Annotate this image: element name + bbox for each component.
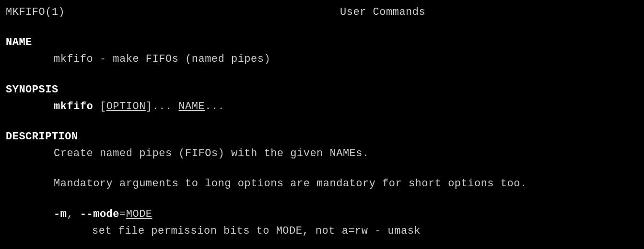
synopsis-line: mkfifo [OPTION]... NAME... [6,98,638,115]
manpage-header: MKFIFO(1) User Commands [6,4,638,21]
section-heading-name: NAME [6,34,638,51]
synopsis-trailing: ... [205,101,224,113]
description-line2: Mandatory arguments to long options are … [6,175,638,192]
option-m-line: -m, --mode=MODE [6,206,638,223]
option-m-eq: = [119,208,126,220]
synopsis-bracket-open: [ [93,101,106,113]
synopsis-option: OPTION [106,101,146,113]
manpage-title-left: MKFIFO(1) [6,4,65,21]
manpage-title-center: User Commands [65,4,638,21]
option-m-long: --mode [80,208,119,220]
section-heading-synopsis: SYNOPSIS [6,81,638,98]
description-line1: Create named pipes (FIFOs) with the give… [6,145,638,162]
option-m-desc: set file permission bits to MODE, not a=… [6,223,638,239]
section-heading-description: DESCRIPTION [6,128,638,145]
option-m-arg: MODE [126,208,152,220]
synopsis-bracket-close: ]... [146,101,179,113]
synopsis-name-arg: NAME [178,101,205,113]
synopsis-command: mkfifo [54,101,93,113]
option-m-short: -m [54,208,67,220]
name-text: mkfifo - make FIFOs (named pipes) [6,51,638,68]
option-m-sep: , [67,208,80,220]
